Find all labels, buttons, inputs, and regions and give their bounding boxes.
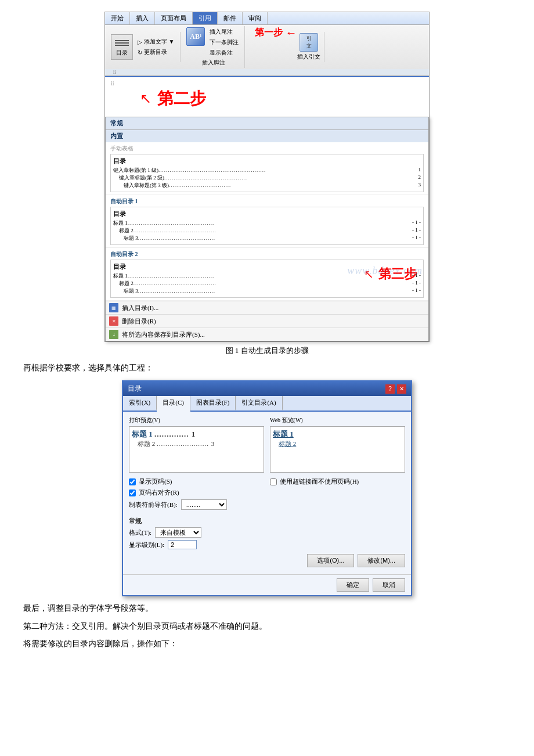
hyperlink-checkbox[interactable] (270, 478, 277, 485)
toc-manual-title: 目录 (113, 157, 421, 165)
word-ribbon-container: 开始 插入 页面布局 引用 邮件 审阅 目录 (104, 12, 430, 342)
web-preview-label: Web 预览(W) (270, 416, 405, 424)
toc-manual-item[interactable]: 手动表格 目录 键入章标题(第 1 级)....................… (106, 142, 428, 195)
paragraph-3: 第二种方法：交叉引用。解决个别目录页码或者标题不准确的问题。 (23, 620, 511, 633)
auto1-entry-1: 标题 1....................................… (113, 219, 421, 227)
web-preview-box: 标题 1 标题 2 (270, 426, 405, 473)
dialog-right-options: 使用超链接而不使用页码(H) (270, 477, 405, 512)
print-h1: 标题 1 .............. 1 (132, 429, 261, 440)
toc-auto2-item[interactable]: 自动目录 2 目录 标题 1..........................… (106, 248, 428, 301)
show-page-checkbox[interactable] (129, 478, 136, 485)
dialog-tab-figure[interactable]: 图表目录(F) (190, 396, 236, 411)
save-toc-icon: ⤓ (109, 330, 118, 339)
tab-references[interactable]: 引用 (193, 12, 218, 24)
remove-toc-action[interactable]: ✕ 删除目录(R) (106, 314, 428, 327)
toc-label: 目录 (116, 49, 128, 57)
insert-toc-action[interactable]: ▦ 插入目录(I)... (106, 301, 428, 314)
level-spinner[interactable] (168, 540, 197, 549)
toc-dialog: 目录 ? ✕ 索引(X) 目录(C) 图表目录(F) 引文目录(A) 打印预览(… (122, 380, 412, 596)
page-container: 开始 插入 页面布局 引用 邮件 审阅 目录 (23, 12, 511, 756)
format-select[interactable]: 来自模板 (155, 527, 201, 538)
dialog-help-button[interactable]: ? (385, 384, 395, 394)
print-preview-label: 打印预览(V) (129, 416, 264, 424)
footnote-group: AB¹ 插入尾注 下一条脚注 显示备注 插入脚注 第一步 ← (183, 26, 245, 68)
citation-group: 引文 插入引文 (294, 32, 324, 62)
format-label: 格式(T): (129, 528, 151, 537)
web-h1: 标题 1 (273, 429, 402, 440)
toc-section-regular: 常规 (106, 117, 428, 129)
add-text-button[interactable]: ▷添加文字 ▼ (135, 37, 176, 46)
dialog-body: 打印预览(V) 标题 1 .............. 1 标题 2 .....… (123, 412, 411, 574)
print-h2: 标题 2 ........................ 3 (138, 440, 261, 448)
ruler: ii (105, 69, 429, 76)
show-notes-button[interactable]: 显示备注 (207, 48, 241, 57)
step-three-area: ↖ 第三步 (364, 265, 417, 283)
dialog-title: 目录 (128, 384, 142, 394)
level-label: 显示级别(L): (129, 541, 164, 549)
web-h2: 标题 2 (279, 440, 402, 448)
tab-mail[interactable]: 邮件 (218, 12, 243, 24)
insert-footnote-icon[interactable]: AB¹ (186, 27, 205, 46)
dialog-button-row: 确定 取消 (123, 574, 411, 595)
ribbon-tabs: 开始 插入 页面布局 引用 邮件 审阅 (105, 12, 429, 25)
insert-citation-icon[interactable]: 引文 (300, 33, 318, 52)
cancel-button[interactable]: 取消 (373, 578, 405, 592)
paragraph-4: 将需要修改的目录内容删除后，操作如下： (23, 638, 511, 650)
toc-button[interactable]: 目录 (111, 34, 133, 60)
options-button[interactable]: 选项(O)... (307, 554, 354, 567)
tab-review[interactable]: 审阅 (243, 12, 268, 24)
dialog-options-row: 显示页码(S) 页码右对齐(R) 制表符前导符(B): ........ ---… (129, 477, 405, 512)
dialog-tab-index[interactable]: 索引(X) (123, 396, 157, 411)
dialog-tab-citation[interactable]: 引文目录(A) (236, 396, 282, 411)
align-right-label: 页码右对齐(R) (139, 488, 179, 497)
print-preview-box: 标题 1 .............. 1 标题 2 .............… (129, 426, 264, 473)
dialog-web-preview-col: Web 预览(W) 标题 1 标题 2 (270, 416, 405, 473)
insert-footnote-label: 插入脚注 (202, 59, 225, 67)
dialog-modify-options-row: 选项(O)... 修改(M)... (129, 552, 405, 570)
dialog-print-preview-col: 打印预览(V) 标题 1 .............. 1 标题 2 .....… (129, 416, 264, 473)
tab-insert[interactable]: 插入 (130, 12, 155, 24)
remove-toc-icon: ✕ (109, 316, 118, 326)
dialog-titlebar: 目录 ? ✕ (123, 381, 411, 396)
ok-button[interactable]: 确定 (337, 578, 369, 592)
step-two-annotation: 第二步 (157, 88, 206, 110)
dialog-tabs: 索引(X) 目录(C) 图表目录(F) 引文目录(A) (123, 396, 411, 412)
step-one-annotation: 第一步 ← (255, 26, 297, 39)
tab-leader-select[interactable]: ........ -------- ________ (无) (181, 499, 227, 510)
next-footnote-button[interactable]: 下一条脚注 (207, 38, 241, 47)
toc-manual-entry-3: 键入章标题(第 3 级)............................… (113, 182, 421, 189)
auto1-entry-3: 标题 3....................................… (113, 235, 421, 242)
show-page-label: 显示页码(S) (139, 477, 172, 486)
word-body-area: ii ↖ 第二步 (105, 76, 429, 117)
dialog-left-options: 显示页码(S) 页码右对齐(R) 制表符前导符(B): ........ ---… (129, 477, 264, 512)
dialog-close-button[interactable]: ✕ (397, 384, 406, 394)
save-toc-action[interactable]: ⤓ 将所选内容保存到目录库(S)... (106, 327, 428, 341)
modify-button[interactable]: 修改(M)... (358, 554, 405, 567)
paragraph-1: 再根据学校要求，选择具体的工程： (23, 362, 511, 375)
citation-label: 插入引文 (297, 53, 320, 61)
align-right-check-row: 页码右对齐(R) (129, 488, 264, 497)
auto1-entry-2: 标题 2....................................… (113, 227, 421, 235)
auto2-entry-3: 标题 3....................................… (113, 287, 421, 295)
paragraph-2: 最后，调整目录的字体字号段落等。 (23, 602, 511, 615)
tab-start[interactable]: 开始 (105, 12, 130, 24)
toc-manual-entry-2: 键入章标题(第 2 级)............................… (113, 174, 421, 182)
update-toc-button[interactable]: ↻更新目录 (135, 48, 176, 57)
tab-leader-label: 制表符前导符(B): (129, 501, 178, 509)
toc-manual-entry-1: 键入章标题(第 1 级)............................… (113, 167, 421, 174)
tab-pagelayout[interactable]: 页面布局 (155, 12, 193, 24)
insert-toc-icon: ▦ (109, 303, 118, 312)
level-row: 显示级别(L): (129, 540, 405, 549)
ribbon-content: 目录 ▷添加文字 ▼ ↻更新目录 AB¹ (105, 25, 429, 69)
toc-small-buttons: ▷添加文字 ▼ ↻更新目录 (135, 37, 176, 57)
insert-endnote-button[interactable]: 插入尾注 (207, 27, 241, 37)
figure1-caption: 图 1 自动生成目录的步骤 (23, 345, 511, 356)
show-page-check-row: 显示页码(S) (129, 477, 264, 486)
section-general-label: 常规 (129, 517, 405, 525)
dialog-tab-toc[interactable]: 目录(C) (157, 396, 190, 412)
toc-auto1-item[interactable]: 自动目录 1 目录 标题 1..........................… (106, 195, 428, 248)
toc-section-builtin: 内置 (106, 129, 428, 142)
align-right-checkbox[interactable] (129, 489, 136, 496)
hyperlink-label: 使用超链接而不使用页码(H) (280, 477, 359, 486)
toc-group: 目录 ▷添加文字 ▼ ↻更新目录 (107, 32, 181, 62)
